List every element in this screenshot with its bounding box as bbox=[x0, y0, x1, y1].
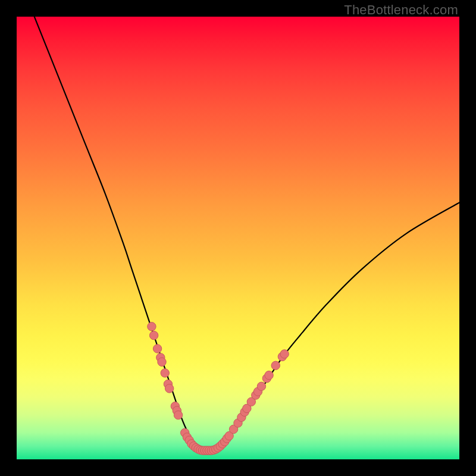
watermark-label: TheBottleneck.com bbox=[344, 2, 458, 18]
chart-svg bbox=[17, 17, 459, 459]
data-marker bbox=[265, 371, 273, 379]
data-marker bbox=[174, 411, 182, 419]
data-marker bbox=[158, 358, 166, 366]
data-marker bbox=[161, 369, 169, 377]
data-marker bbox=[165, 384, 173, 393]
data-marker bbox=[257, 382, 265, 390]
data-marker bbox=[153, 345, 161, 353]
bottleneck-curve bbox=[35, 17, 459, 451]
marker-layer bbox=[148, 322, 289, 455]
plot-area bbox=[17, 17, 459, 459]
data-marker bbox=[271, 361, 280, 369]
data-marker bbox=[149, 331, 158, 339]
data-marker bbox=[280, 350, 289, 358]
data-marker bbox=[148, 322, 156, 331]
chart-frame: TheBottleneck.com bbox=[0, 0, 476, 476]
